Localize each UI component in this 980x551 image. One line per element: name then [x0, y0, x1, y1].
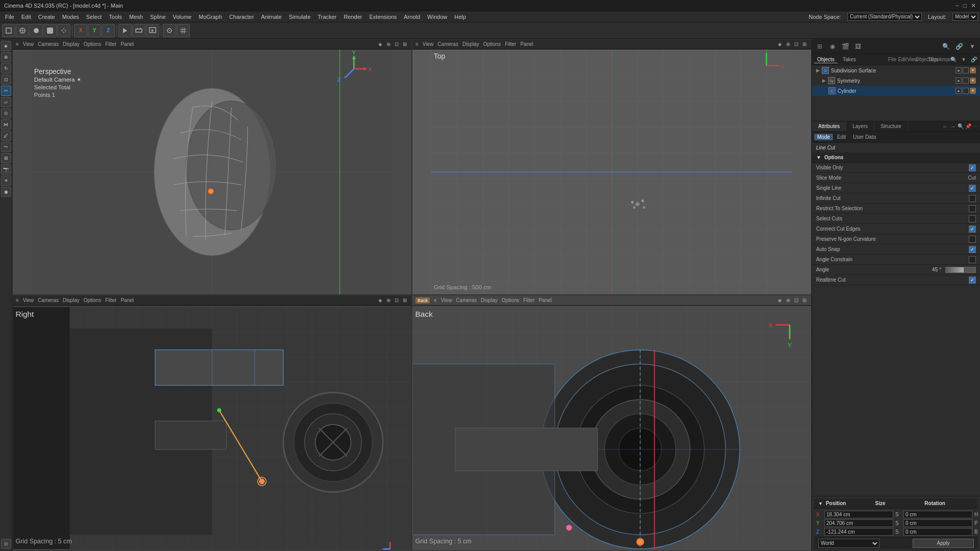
menu-help[interactable]: Help	[451, 13, 469, 21]
vp3-view-menu[interactable]: View	[23, 297, 34, 303]
vp3-nav2[interactable]: ⊕	[385, 297, 392, 304]
obj-bookmarks-menu[interactable]: Bookmarks	[939, 56, 947, 64]
menu-window[interactable]: Window	[424, 13, 450, 21]
viewport-right[interactable]: ≡ View Cameras Display Options Filter Pa…	[12, 295, 412, 551]
vp1-panel-menu[interactable]: Panel	[120, 41, 134, 47]
rp-icon-mat[interactable]: ◉	[827, 41, 838, 52]
sidebar-spline-icon[interactable]: 〜	[1, 142, 11, 152]
vp2-filter-menu[interactable]: Filter	[505, 41, 516, 47]
vp2-options-menu[interactable]: Options	[483, 41, 501, 47]
sidebar-mirror-icon[interactable]: ⋈	[1, 119, 11, 130]
sidebar-camera-icon[interactable]: 📷	[1, 164, 11, 174]
size-y-input[interactable]	[903, 519, 972, 527]
menu-select[interactable]: Select	[83, 13, 105, 21]
vp3-options-menu[interactable]: Options	[84, 297, 101, 303]
attr-auto-snap-check[interactable]	[969, 246, 976, 253]
menu-mograph[interactable]: MoGraph	[195, 13, 225, 21]
menu-modes[interactable]: Modes	[59, 13, 82, 21]
obj-link-icon[interactable]: 🔗	[970, 56, 978, 64]
menu-simulate[interactable]: Simulate	[286, 13, 314, 21]
attr-restrict-selection-check[interactable]	[969, 205, 976, 212]
attr-angle-constrain-check[interactable]	[969, 256, 976, 263]
rp-icon-obj[interactable]: ⊞	[814, 41, 825, 52]
rp-icon-scene[interactable]: 🎬	[840, 41, 851, 52]
vp2-nav3[interactable]: ⊡	[793, 41, 800, 48]
obj-expand-icon2[interactable]: ▶	[822, 78, 826, 83]
vp3-display-menu[interactable]: Display	[63, 297, 80, 303]
vp3-nav1[interactable]: ◈	[377, 297, 384, 304]
sidebar-magnet-icon[interactable]: ⊙	[1, 108, 11, 118]
attr-infinite-cut-check[interactable]	[969, 195, 976, 202]
menu-extensions[interactable]: Extensions	[366, 13, 400, 21]
menu-file[interactable]: File	[2, 13, 17, 21]
tab-structure[interactable]: Structure	[874, 121, 908, 131]
attr-preserve-ngon-check[interactable]	[969, 236, 976, 243]
minimize-button[interactable]: −	[955, 2, 959, 9]
paint-mode-btn[interactable]	[30, 24, 43, 37]
vp4-panel-menu[interactable]: Panel	[538, 297, 552, 303]
vp3-filter-menu[interactable]: Filter	[105, 297, 116, 303]
viewport-back[interactable]: Back ≡ View Cameras Display Options Filt…	[412, 295, 812, 551]
vp1-nav3[interactable]: ⊡	[393, 41, 400, 48]
attr-more-btn[interactable]: ⋯	[973, 123, 978, 129]
vp1-maximize[interactable]: ⊞	[401, 41, 408, 48]
close-button[interactable]: ✕	[971, 2, 976, 9]
vp3-cameras-menu[interactable]: Cameras	[38, 297, 59, 303]
attr-pin-btn[interactable]: 📌	[965, 123, 971, 129]
vp1-view-menu[interactable]: View	[23, 41, 34, 47]
attr-visible-only-check[interactable]	[969, 164, 976, 171]
options-section[interactable]: ▼ Options	[812, 153, 980, 163]
x-axis-btn[interactable]: X	[74, 24, 87, 37]
mode-btn-mode[interactable]: Mode	[814, 134, 833, 140]
viewport-perspective[interactable]: ≡ View Cameras Display Options Filter Pa…	[12, 39, 412, 295]
sidebar-scale-icon[interactable]: ⊡	[1, 74, 11, 85]
mesh-mode-btn[interactable]	[16, 24, 29, 37]
obj-expand-icon[interactable]: ▶	[816, 68, 820, 73]
attr-select-cuts-check[interactable]	[969, 215, 976, 222]
y-axis-btn[interactable]: Y	[88, 24, 101, 37]
vp3-maximize[interactable]: ⊞	[401, 297, 408, 304]
menu-animate[interactable]: Animate	[258, 13, 284, 21]
model-mode-btn[interactable]	[2, 24, 15, 37]
vp1-display-menu[interactable]: Display	[63, 41, 80, 47]
vp1-filter-menu[interactable]: Filter	[105, 41, 116, 47]
vp1-nav2[interactable]: ⊕	[385, 41, 392, 48]
sidebar-bottom-icon[interactable]: ⊙	[1, 539, 11, 549]
menu-create[interactable]: Create	[35, 13, 58, 21]
vp2-view-menu[interactable]: View	[423, 41, 434, 47]
snap-btn[interactable]	[163, 24, 176, 37]
vp1-toggle[interactable]: ≡	[16, 41, 19, 47]
rp-icon-filter[interactable]: ▼	[967, 41, 978, 52]
vp3-panel-menu[interactable]: Panel	[120, 297, 134, 303]
vp2-nav2[interactable]: ⊕	[785, 41, 792, 48]
sidebar-joint-icon[interactable]: ⊞	[1, 153, 11, 163]
menu-tracker[interactable]: Tracker	[315, 13, 340, 21]
vp4-nav2[interactable]: ⊕	[785, 297, 792, 304]
viewport-top[interactable]: ≡ View Cameras Display Options Filter Pa…	[412, 39, 812, 295]
vp3-nav3[interactable]: ⊡	[393, 297, 400, 304]
attr-angle-slider[interactable]	[945, 267, 976, 273]
menu-arnold[interactable]: Arnold	[401, 13, 423, 21]
vp4-display-menu[interactable]: Display	[481, 297, 498, 303]
world-dropdown[interactable]: World	[818, 539, 879, 548]
render-settings-btn[interactable]	[132, 24, 145, 37]
sidebar-poly-icon[interactable]: ▱	[1, 97, 11, 107]
vp4-toggle[interactable]: ≡	[434, 297, 437, 303]
vp1-cameras-menu[interactable]: Cameras	[38, 41, 59, 47]
sidebar-paint-icon[interactable]: 🖊	[1, 131, 11, 141]
mode-btn-userdata[interactable]: User Data	[850, 134, 879, 140]
sidebar-material-icon[interactable]: ◉	[1, 187, 11, 197]
grid-btn[interactable]	[177, 24, 190, 37]
menu-tools[interactable]: Tools	[106, 13, 125, 21]
apply-button[interactable]: Apply	[913, 539, 974, 548]
rp-icon-render[interactable]: 🖼	[852, 41, 864, 52]
obj-item-symmetry[interactable]: ▶ Sy Symmetry ● ✕	[812, 76, 980, 86]
z-axis-btn[interactable]: Z	[102, 24, 115, 37]
obj-item-cylinder[interactable]: C Cylinder ● ✕	[812, 86, 980, 96]
attr-fwd-btn[interactable]: →	[950, 123, 956, 130]
vp4-filter-menu[interactable]: Filter	[523, 297, 534, 303]
vp4-nav3[interactable]: ⊡	[793, 297, 800, 304]
transform-section-header[interactable]: ▼ Position Size Rotation	[814, 498, 978, 509]
attr-search-btn[interactable]: 🔍	[958, 123, 964, 129]
mode-btn-edit[interactable]: Edit	[834, 134, 849, 140]
